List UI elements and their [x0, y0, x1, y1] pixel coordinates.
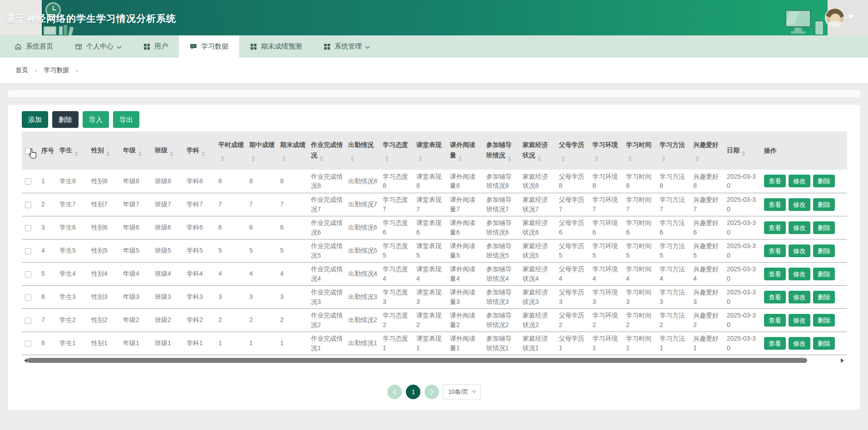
edit-button[interactable]: 修改 — [789, 221, 810, 234]
delete-row-button[interactable]: 删除 — [813, 244, 835, 257]
column-header-env[interactable]: 学习环境 — [589, 132, 623, 170]
sort-caret-icon[interactable] — [419, 156, 422, 161]
sort-caret-icon[interactable] — [221, 156, 224, 161]
avatar-dropdown-icon[interactable] — [848, 15, 854, 21]
delete-row-button[interactable]: 删除 — [813, 268, 835, 280]
scroll-right-icon[interactable] — [841, 358, 846, 363]
breadcrumb-item-首页[interactable]: 首页 — [15, 66, 28, 74]
nav-item-系统首页[interactable]: 系统首页 — [4, 35, 64, 58]
column-header-student[interactable]: 学生 — [56, 132, 88, 170]
edit-button[interactable]: 修改 — [789, 198, 810, 211]
edit-button[interactable]: 修改 — [789, 337, 810, 350]
cell-method: 学习方法2 — [656, 308, 690, 332]
breadcrumb-item-学习数据[interactable]: 学习数据 — [44, 66, 69, 74]
sort-caret-icon[interactable] — [742, 151, 745, 156]
nav-item-个人中心[interactable]: 个人中心 — [64, 35, 133, 58]
row-checkbox[interactable] — [25, 225, 31, 231]
sort-caret-icon[interactable] — [662, 156, 666, 161]
row-checkbox[interactable] — [25, 248, 31, 254]
edit-button[interactable]: 修改 — [789, 175, 810, 187]
sort-caret-icon[interactable] — [252, 156, 255, 161]
column-header-attendance[interactable]: 出勤情况 — [345, 132, 380, 170]
sort-caret-icon[interactable] — [628, 156, 632, 161]
delete-row-button[interactable]: 删除 — [813, 221, 835, 234]
column-header-time[interactable]: 学习时间 — [623, 132, 656, 170]
view-button[interactable]: 查看 — [764, 268, 786, 280]
column-header-label: 年级 — [123, 147, 136, 154]
column-header-clazz[interactable]: 班级 — [152, 132, 183, 170]
sort-caret-icon[interactable] — [350, 156, 354, 161]
view-button[interactable]: 查看 — [764, 337, 786, 350]
column-header-economy[interactable]: 家庭经济状况 — [519, 132, 556, 170]
row-checkbox[interactable] — [25, 178, 31, 185]
column-header-homework[interactable]: 作业完成情况 — [308, 132, 345, 170]
sort-caret-icon[interactable] — [561, 156, 565, 161]
view-button[interactable]: 查看 — [764, 314, 786, 327]
sort-caret-icon[interactable] — [282, 156, 286, 161]
sort-caret-icon[interactable] — [138, 151, 142, 156]
pagination-next-button[interactable] — [424, 385, 439, 399]
column-header-classroom[interactable]: 课堂表现 — [413, 132, 447, 170]
delete-row-button[interactable]: 删除 — [813, 291, 835, 303]
sort-caret-icon[interactable] — [74, 151, 78, 156]
select-all-checkbox[interactable] — [25, 148, 31, 154]
edit-button[interactable]: 修改 — [789, 291, 810, 303]
export-button[interactable]: 导出 — [113, 111, 139, 128]
edit-button[interactable]: 修改 — [789, 244, 810, 257]
column-header-method[interactable]: 学习方法 — [656, 132, 690, 170]
scroll-left-icon[interactable] — [22, 358, 27, 363]
view-button[interactable]: 查看 — [764, 244, 786, 257]
view-button[interactable]: 查看 — [764, 221, 786, 234]
sort-caret-icon[interactable] — [538, 156, 541, 161]
sort-caret-icon[interactable] — [385, 156, 389, 161]
horizontal-scrollbar[interactable] — [22, 358, 847, 364]
sort-caret-icon[interactable] — [508, 156, 511, 161]
sort-caret-icon[interactable] — [459, 156, 462, 161]
view-button[interactable]: 查看 — [764, 175, 786, 187]
column-header-grade[interactable]: 年级 — [120, 132, 152, 170]
delete-row-button[interactable]: 删除 — [813, 314, 835, 327]
column-header-mid[interactable]: 期中成绩 — [246, 132, 277, 170]
column-header-subject[interactable]: 学科 — [183, 132, 215, 170]
pagination-prev-button[interactable] — [387, 385, 402, 399]
column-header-attitude[interactable]: 学习态度 — [380, 132, 413, 170]
page-size-select[interactable]: 10条/页 — [443, 384, 480, 400]
sort-caret-icon[interactable] — [595, 156, 598, 161]
nav-item-学习数据[interactable]: 学习数据 — [179, 35, 239, 58]
column-header-tutoring[interactable]: 参加辅导班情况 — [483, 132, 519, 170]
pagination-page-button[interactable]: 1 — [406, 385, 420, 399]
row-checkbox[interactable] — [25, 294, 31, 301]
column-header-date[interactable]: 日期 — [724, 132, 761, 170]
row-checkbox[interactable] — [25, 271, 31, 278]
nav-item-系统管理[interactable]: 系统管理 — [313, 35, 381, 58]
import-button[interactable]: 导入 — [83, 111, 109, 128]
column-header-parent[interactable]: 父母学历 — [556, 132, 589, 170]
add-button[interactable]: 添加 — [22, 111, 48, 128]
delete-row-button[interactable]: 删除 — [813, 198, 835, 211]
column-header-interest[interactable]: 兴趣爱好 — [690, 132, 724, 170]
row-checkbox[interactable] — [25, 341, 31, 347]
column-header-gender[interactable]: 性别 — [88, 132, 120, 170]
row-checkbox[interactable] — [25, 202, 31, 208]
sort-caret-icon[interactable] — [202, 151, 205, 156]
avatar[interactable] — [825, 8, 845, 28]
column-header-final[interactable]: 期末成绩 — [277, 132, 308, 170]
sort-caret-icon[interactable] — [320, 156, 323, 161]
row-checkbox[interactable] — [25, 318, 31, 324]
data-table: 序号学生性别年级班级学科平时成绩期中成绩期末成绩作业完成情况出勤情况学习态度课堂… — [22, 132, 847, 355]
edit-button[interactable]: 修改 — [789, 314, 810, 327]
edit-button[interactable]: 修改 — [789, 268, 810, 280]
delete-row-button[interactable]: 删除 — [813, 337, 835, 350]
delete-button[interactable]: 删除 — [52, 111, 79, 128]
column-header-reading[interactable]: 课外阅读量 — [447, 132, 483, 170]
delete-row-button[interactable]: 删除 — [813, 175, 835, 187]
scrollbar-thumb[interactable] — [27, 358, 807, 363]
column-header-usual[interactable]: 平时成绩 — [215, 132, 246, 170]
sort-caret-icon[interactable] — [106, 151, 110, 156]
view-button[interactable]: 查看 — [764, 291, 786, 303]
nav-item-用户[interactable]: 用户 — [133, 35, 179, 58]
nav-item-期末成绩预测[interactable]: 期末成绩预测 — [239, 35, 313, 58]
view-button[interactable]: 查看 — [764, 198, 786, 211]
sort-caret-icon[interactable] — [695, 156, 699, 161]
sort-caret-icon[interactable] — [170, 151, 173, 156]
